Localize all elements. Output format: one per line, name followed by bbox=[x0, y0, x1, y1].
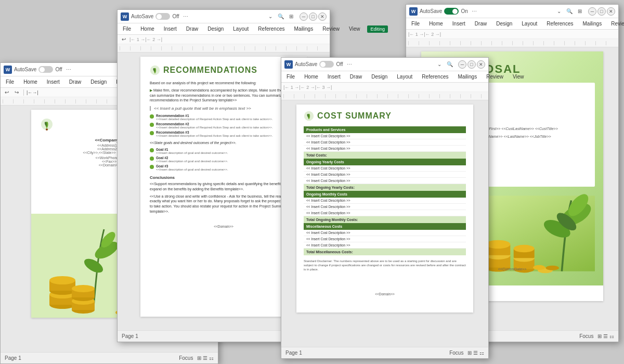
expand-icon-3[interactable]: ⌄ bbox=[435, 60, 444, 69]
status-bar-3: Page 1 Focus ⊞ ☰ ⚏ bbox=[281, 347, 488, 358]
tab-insert-2[interactable]: Insert bbox=[162, 25, 179, 33]
minimize-btn-4[interactable]: ─ bbox=[588, 7, 596, 16]
maximize-btn-3[interactable]: □ bbox=[467, 60, 476, 69]
doc-page-3: COST SUMMARY Products and Services << In… bbox=[296, 105, 473, 313]
view-icons-1[interactable]: ⊞ ☰ ⚏ bbox=[197, 355, 214, 361]
tab-home-2[interactable]: Home bbox=[138, 25, 157, 33]
autosave-state-1: Off bbox=[55, 67, 62, 72]
title-bar-2: W AutoSave Off ⋯ ⌄ 🔍 ⊞ ─ □ ✕ bbox=[118, 10, 330, 23]
tab-home-3[interactable]: Home bbox=[302, 73, 320, 81]
toggle-knob-3 bbox=[320, 62, 326, 67]
total-misc-row: Total Miscellaneous Costs: bbox=[304, 249, 466, 256]
tab-review-2[interactable]: Review bbox=[320, 25, 342, 33]
expand-icon-4[interactable]: ⌄ bbox=[555, 7, 563, 16]
tab-layout-3[interactable]: Layout bbox=[395, 73, 414, 81]
misc-row-2: << Insert Cost Description >> bbox=[304, 236, 466, 242]
doc-area-3[interactable]: COST SUMMARY Products and Services << In… bbox=[281, 100, 488, 347]
close-btn-4[interactable]: ✕ bbox=[607, 7, 615, 16]
view-icons-4[interactable]: ⊞ ☰ ⚏ bbox=[597, 333, 614, 339]
maximize-btn-4[interactable]: □ bbox=[597, 7, 606, 16]
rec1-detail: <<Insert detailed description of Require… bbox=[156, 118, 272, 121]
tab-view-2[interactable]: View bbox=[347, 25, 362, 33]
maximize-btn-2[interactable]: □ bbox=[309, 12, 317, 21]
total-monthly-cell: Total Ongoing Monthly Costs: bbox=[304, 216, 466, 224]
tab-ref-4[interactable]: References bbox=[544, 20, 575, 28]
tab-draw-1[interactable]: Draw bbox=[67, 78, 83, 86]
tab-mail-4[interactable]: Mailings bbox=[580, 20, 604, 28]
tab-layout-2[interactable]: Layout bbox=[231, 25, 251, 33]
close-btn-3[interactable]: ✕ bbox=[477, 60, 485, 69]
ribbon-icon-2[interactable]: ⊞ bbox=[287, 12, 295, 21]
tab-file-4[interactable]: File bbox=[409, 20, 422, 28]
tab-design-1[interactable]: Design bbox=[88, 78, 109, 86]
more-icon-1[interactable]: ⋯ bbox=[64, 66, 73, 74]
ruler-nums-3: |← 1 →|← 2 →|← 3 →| bbox=[283, 85, 332, 90]
word-logo-3: W bbox=[284, 60, 293, 69]
yearly-item-3: << Insert Cost Description >> bbox=[304, 178, 450, 184]
monthly-header-row: Ongoing Monthly Costs bbox=[304, 191, 466, 198]
toolbar-undo-1[interactable]: ↩ bbox=[3, 88, 11, 97]
tab-layout-4[interactable]: Layout bbox=[519, 20, 539, 28]
doc-header-2: RECOMMENDATIONS bbox=[150, 65, 297, 75]
autosave-toggle-2[interactable] bbox=[155, 13, 170, 20]
autosave-toggle-3[interactable] bbox=[319, 61, 334, 68]
tab-draw-2[interactable]: Draw bbox=[184, 25, 200, 33]
misc-header-cell: Miscellaneous Costs bbox=[304, 223, 466, 230]
tab-review-3[interactable]: Review bbox=[484, 73, 505, 81]
pull-quote-2: << Insert a pull quote that will be in e… bbox=[150, 106, 297, 111]
tab-ref-3[interactable]: References bbox=[420, 73, 450, 81]
search-icon-4[interactable]: 🔍 bbox=[565, 7, 574, 16]
tab-design-4[interactable]: Design bbox=[494, 20, 514, 28]
tab-view-3[interactable]: View bbox=[511, 73, 526, 81]
tab-insert-4[interactable]: Insert bbox=[450, 20, 467, 28]
expand-icon-2[interactable]: ⌄ bbox=[266, 12, 275, 21]
tab-draw-3[interactable]: Draw bbox=[348, 73, 364, 81]
tab-insert-3[interactable]: Insert bbox=[326, 73, 343, 81]
view-icons-3[interactable]: ⊞ ☰ ⚏ bbox=[467, 350, 484, 356]
autosave-toggle-1[interactable] bbox=[38, 66, 53, 73]
tab-mail-3[interactable]: Mailings bbox=[456, 73, 479, 81]
more-icon-2[interactable]: ⋯ bbox=[181, 12, 190, 21]
tab-file-1[interactable]: File bbox=[4, 78, 16, 86]
tab-home-1[interactable]: Home bbox=[21, 78, 40, 86]
tab-mail-2[interactable]: Mailings bbox=[292, 25, 315, 33]
plant-icon-1 bbox=[41, 118, 53, 131]
ribbon-icon-4[interactable]: ⊞ bbox=[576, 7, 584, 16]
search-icon-3[interactable]: 🔍 bbox=[446, 60, 454, 69]
focus-btn-4[interactable]: Focus bbox=[579, 333, 593, 339]
tab-file-3[interactable]: File bbox=[284, 73, 297, 81]
tab-file-2[interactable]: File bbox=[121, 25, 133, 33]
more-icon-4[interactable]: ⋯ bbox=[470, 7, 478, 16]
domain-footer-2: <<Domain>> bbox=[150, 225, 297, 228]
svg-point-49 bbox=[546, 266, 559, 270]
minimize-btn-2[interactable]: ─ bbox=[300, 12, 308, 21]
toggle-knob-4 bbox=[452, 9, 458, 14]
focus-btn-3[interactable]: Focus bbox=[449, 350, 463, 356]
tab-ref-2[interactable]: References bbox=[256, 25, 287, 33]
tab-design-2[interactable]: Design bbox=[205, 25, 226, 33]
ruler-nums-4: |← 1 →|← 2 →| bbox=[408, 32, 441, 37]
tab-review-4[interactable]: Review bbox=[609, 20, 624, 28]
goal2-label: Goal #2 bbox=[156, 156, 228, 160]
toolbar-btn-2[interactable]: ↩ bbox=[120, 35, 128, 44]
rec1-bullet bbox=[150, 114, 154, 119]
misc-row-1: << Insert Cost Description >> bbox=[304, 230, 466, 236]
toolbar-3: |← 1 →|← 2 →|← 3 →| bbox=[281, 83, 488, 92]
word-window-3[interactable]: W AutoSave Off ⋯ ⌄ 🔍 ─ □ ✕ File Home Ins… bbox=[281, 57, 489, 359]
search-icon-2[interactable]: 🔍 bbox=[277, 12, 285, 21]
tab-draw-4[interactable]: Draw bbox=[473, 20, 489, 28]
tab-design-3[interactable]: Design bbox=[369, 73, 389, 81]
toolbar-redo-1[interactable]: ↪ bbox=[12, 88, 21, 97]
minimize-btn-3[interactable]: ─ bbox=[458, 60, 466, 69]
close-btn-2[interactable]: ✕ bbox=[318, 12, 327, 21]
product-item-1: << Insert Cost Description >> bbox=[304, 133, 450, 139]
focus-btn-1[interactable]: Focus bbox=[179, 355, 193, 361]
more-icon-3[interactable]: ⋯ bbox=[345, 60, 354, 69]
tab-home-4[interactable]: Home bbox=[427, 20, 445, 28]
word-logo-2: W bbox=[121, 12, 129, 21]
tab-insert-1[interactable]: Insert bbox=[45, 78, 62, 86]
misc-item-1: << Insert Cost Description >> bbox=[304, 230, 450, 236]
product-row-3: << Insert Cost Description >> bbox=[304, 146, 466, 152]
date-value-4: <<CurrentDate>> bbox=[498, 267, 526, 271]
autosave-toggle-4[interactable] bbox=[444, 8, 459, 15]
